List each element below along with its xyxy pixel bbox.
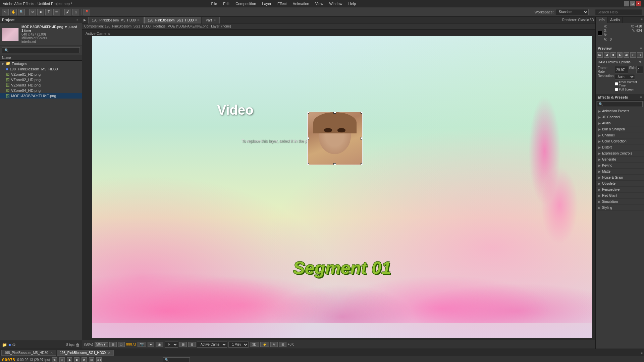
prev-frame-audio-btn[interactable]: ↩: [630, 52, 636, 58]
selection-tool[interactable]: ↖: [2, 9, 9, 15]
handle-br[interactable]: [361, 163, 363, 165]
shape-tool[interactable]: ■: [37, 9, 44, 15]
tab-pinkblossom-m5[interactable]: 198_PinkBlossom_M5_HD30 ✕: [88, 17, 144, 23]
ram-preview-menu[interactable]: ▼: [638, 60, 642, 64]
menu-edit[interactable]: Edit: [220, 1, 232, 6]
tab-pinkblossom-sg1-close[interactable]: ✕: [195, 18, 198, 22]
effect-red-giant[interactable]: ▶ Red Giant: [596, 193, 644, 199]
fast-preview-btn[interactable]: ⚡: [260, 342, 269, 347]
tl-add-marker[interactable]: ◆: [67, 357, 72, 362]
effect-distort[interactable]: ▶ Distort: [596, 144, 644, 150]
tl-toggle-draft3d[interactable]: 3D: [96, 357, 102, 362]
full-screen-checkbox[interactable]: [615, 88, 618, 91]
effect-blur-sharpen[interactable]: ▶ Blur & Sharpen: [596, 126, 644, 132]
resolution-btn[interactable]: ⊞: [109, 342, 117, 347]
menu-file[interactable]: File: [209, 1, 220, 6]
handle-bl[interactable]: [307, 163, 309, 165]
tl-toggle-motion-blur[interactable]: ≋: [82, 357, 87, 362]
effect-keying[interactable]: ▶ Keying: [596, 163, 644, 169]
menu-view[interactable]: View: [313, 1, 326, 6]
project-settings-icon[interactable]: ⚙: [12, 343, 16, 347]
handle-mr[interactable]: [361, 137, 363, 140]
effect-matte[interactable]: ▶ Matte: [596, 169, 644, 175]
tab-pinkblossom-m5-close[interactable]: ✕: [137, 18, 140, 22]
loop-btn[interactable]: ↪: [637, 52, 643, 58]
tl-toggle-solo[interactable]: ☀: [59, 357, 65, 362]
handle-tr[interactable]: [361, 112, 363, 114]
pen-tool[interactable]: ✏: [53, 9, 60, 15]
handle-tl[interactable]: [307, 112, 309, 114]
step-back-btn[interactable]: ◀: [604, 52, 609, 58]
effect-3d-channel[interactable]: ▶ 3D Channel: [596, 114, 644, 120]
item-vzone04[interactable]: 🖼 VZone04_HD.png: [0, 88, 82, 93]
tl-tab-m5[interactable]: 198_PinkBlossom_M5_HD30 ✕: [1, 350, 56, 356]
menu-help[interactable]: Help: [346, 1, 359, 6]
effect-channel[interactable]: ▶ Channel: [596, 132, 644, 138]
minimize-button[interactable]: ─: [624, 1, 629, 6]
clone-tool[interactable]: ⎘: [72, 9, 79, 15]
show-channel-btn[interactable]: ●: [148, 342, 154, 347]
item-vzone03[interactable]: 🖼 VZone03_HD.png: [0, 82, 82, 88]
new-comp-icon[interactable]: ■: [8, 343, 11, 347]
footages-folder[interactable]: ▶ 📁 Footages: [0, 61, 82, 66]
menu-animation[interactable]: Animation: [290, 1, 312, 6]
puppet-tool[interactable]: 📍: [84, 9, 90, 15]
roi-btn[interactable]: □: [118, 342, 125, 347]
color-quality-btn[interactable]: ◉: [156, 342, 163, 347]
effect-color-correction[interactable]: ▶ Color Correction: [596, 138, 644, 144]
motion-blur-btn[interactable]: ≋: [270, 342, 278, 347]
skip-input[interactable]: [636, 66, 643, 73]
item-vzone01[interactable]: 🖼 VZone01_HD.png: [0, 72, 82, 77]
menu-effect[interactable]: Effect: [275, 1, 289, 6]
frame-rate-input[interactable]: [615, 66, 628, 73]
effect-expression-controls[interactable]: ▶ Expression Controls: [596, 150, 644, 157]
zoom-select[interactable]: 50%▼: [95, 342, 108, 347]
menu-composition[interactable]: Composition: [233, 1, 259, 6]
tl-tab-sg1[interactable]: 198_PinkBlossom_SG1_HD30 ✕: [57, 350, 114, 356]
project-search-input[interactable]: [2, 47, 80, 53]
item-pinkblossom[interactable]: ■ 198_PinkBlossom_M5_HD30: [0, 66, 82, 72]
effect-audio[interactable]: ▶ Audio: [596, 120, 644, 126]
right-panel-menu[interactable]: ≡: [639, 17, 644, 23]
trash-icon[interactable]: 🗑: [76, 343, 80, 347]
3d-view-btn[interactable]: 3D: [250, 342, 259, 347]
handle-tm[interactable]: [333, 112, 336, 114]
snapshot-btn[interactable]: 📷: [138, 342, 146, 347]
tl-toggle-shy[interactable]: 👁: [52, 357, 57, 362]
text-tool[interactable]: T: [45, 9, 52, 15]
item-vzone02[interactable]: 🖼 VZone02_HD.png: [0, 77, 82, 82]
menu-window[interactable]: Window: [326, 1, 345, 6]
tab-part-close[interactable]: ✕: [213, 18, 216, 22]
close-button[interactable]: ✕: [636, 1, 641, 6]
quality-select[interactable]: Full: [165, 342, 178, 348]
preview-menu-btn[interactable]: ≡: [640, 46, 642, 50]
effect-animation-presets[interactable]: ▶ Animation Presets: [596, 108, 644, 114]
effects-search-input[interactable]: [597, 101, 643, 107]
toggle-transparency[interactable]: ⊞: [179, 342, 187, 347]
item-moe-img[interactable]: 🖼 МОЕ ИЗОБРАЖЕНИЕ.png: [0, 93, 82, 99]
tab-part[interactable]: Part ✕: [202, 17, 219, 23]
effect-generate[interactable]: ▶ Generate: [596, 157, 644, 163]
from-current-time-checkbox[interactable]: [615, 82, 618, 85]
thumbnail-overlay[interactable]: [307, 112, 363, 165]
tab-audio[interactable]: Audio: [607, 17, 623, 23]
tab-info[interactable]: Info: [596, 17, 607, 23]
comp-preview-canvas[interactable]: Video To replace this layer, select it i…: [92, 36, 592, 338]
new-folder-icon[interactable]: 📁: [2, 343, 7, 347]
handle-ml[interactable]: [307, 137, 309, 140]
toggle-grid[interactable]: ⊞: [188, 342, 196, 347]
handle-bm[interactable]: [333, 163, 336, 165]
tl-toggle-frame-mix[interactable]: ⊞: [89, 357, 94, 362]
flowchart-btn[interactable]: ⊞: [279, 342, 286, 347]
effect-obsolete[interactable]: ▶ Obsolete: [596, 181, 644, 187]
resolution-select[interactable]: Auto: [615, 74, 635, 80]
project-collapse-btn[interactable]: ≡: [76, 18, 80, 21]
effect-noise-grain[interactable]: ▶ Noise & Grain: [596, 175, 644, 181]
tl-tab-m5-close[interactable]: ✕: [50, 351, 53, 355]
effect-perspective[interactable]: ▶ Perspective: [596, 187, 644, 193]
effect-simulation[interactable]: ▶ Simulation: [596, 199, 644, 205]
tl-panel-menu[interactable]: ≡: [641, 351, 643, 355]
go-to-end-btn[interactable]: ⏭: [624, 52, 629, 58]
go-to-start-btn[interactable]: ⏮: [597, 52, 603, 58]
tl-tab-sg1-close[interactable]: ✕: [108, 351, 111, 355]
